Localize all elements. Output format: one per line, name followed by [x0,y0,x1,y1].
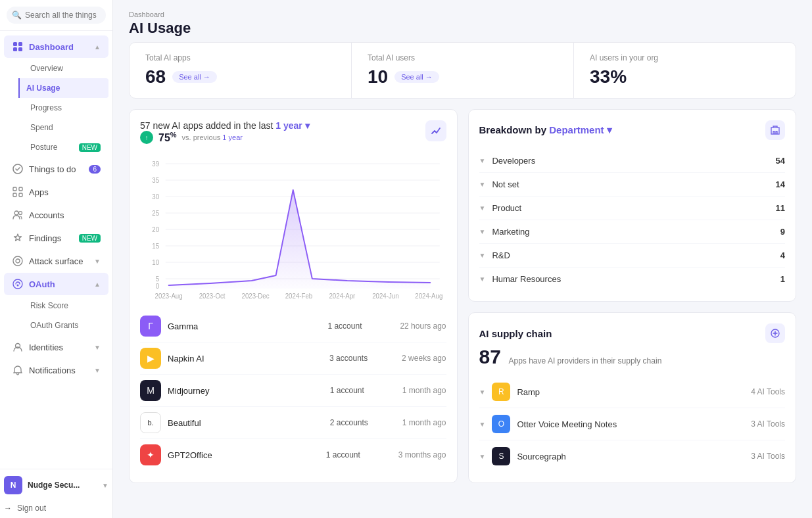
svg-text:2023-Dec: 2023-Dec [242,293,270,300]
svg-rect-40 [771,128,779,134]
stat-value-users-org: 33% [590,66,780,87]
brand-button[interactable]: N Nudge Secu... ▼ [0,472,112,498]
breakdown-chevron-rd[interactable]: ▼ [479,252,486,259]
breakdown-card: Breakdown by Department ▾ ▼ Developers 5… [468,109,797,302]
oauth-chevron-icon: ▲ [94,281,101,288]
breadcrumb: Dashboard [129,11,796,18]
svg-point-42 [774,332,776,335]
app-time-gamma: 22 hours ago [400,321,446,331]
sidebar-item-identities-label: Identities [29,342,63,352]
dashboard-icon [12,41,24,53]
sidebar-item-oauth-label: OAuth [29,279,55,289]
sidebar-item-oauth-grants[interactable]: OAuth Grants [22,316,108,335]
svg-point-14 [17,285,19,287]
chevron-up-icon: ▲ [94,43,101,51]
sidebar-item-overview[interactable]: Overview [22,59,108,78]
breakdown-row: ▼ Humar Resources 1 [479,268,786,291]
supply-name-sourcegraph: Sourcegraph [517,452,744,461]
breakdown-chevron-product[interactable]: ▼ [479,204,486,212]
sidebar-item-spend[interactable]: Spend [22,118,108,137]
sidebar-item-findings-label: Findings [29,233,61,243]
attack-icon [12,255,24,267]
breakdown-dept-button[interactable]: Department ▾ [549,124,612,135]
svg-point-13 [13,279,22,289]
sidebar-item-ai-usage[interactable]: AI Usage [18,78,108,98]
breakdown-building-icon-btn[interactable] [765,120,785,140]
sidebar-item-attack-surface[interactable]: Attack surface ▼ [4,250,108,272]
sidebar-item-oauth[interactable]: OAuth ▲ [4,273,108,295]
sidebar-item-accounts-label: Accounts [29,210,64,220]
supply-chevron-sourcegraph[interactable]: ▼ [479,453,486,460]
sidebar-item-risk-score[interactable]: Risk Score [22,296,108,316]
stat-label-users-org: AI users in your org [590,53,780,62]
sign-out-button[interactable]: → Sign out [0,498,112,518]
sidebar-subnav-oauth: Risk Score OAuth Grants [0,296,112,335]
breakdown-list: ▼ Developers 54 ▼ Not set 14 ▼ Product 1… [479,149,786,291]
sidebar-item-spend-label: Spend [30,123,53,132]
sidebar-item-things-to-do[interactable]: Things to do 6 [4,158,108,180]
svg-text:10: 10 [152,259,159,266]
findings-new-badge: NEW [79,234,101,243]
svg-rect-5 [13,187,16,191]
sidebar-item-accounts[interactable]: Accounts [4,204,108,226]
supply-name-otter: Otter Voice Meeting Notes [517,419,744,429]
sidebar-item-overview-label: Overview [30,64,63,73]
stat-card-users-org: AI users in your org 33% [574,43,796,98]
supply-chain-summary: 87 Apps have AI providers in their suppl… [479,346,786,368]
svg-text:0: 0 [156,283,160,290]
supply-logo-otter: O [492,415,510,433]
sidebar-item-notifications[interactable]: Notifications ▼ [4,359,108,381]
supply-chain-card: AI supply chain 87 Apps have AI provider… [468,312,797,483]
chart-card: 57 new AI apps added in the last 1 year … [129,109,458,483]
supply-apps-list: ▼ R Ramp 4 AI Tools ▼ O Otter Voice Meet… [479,376,786,472]
sidebar-item-findings[interactable]: Findings NEW [4,227,108,249]
svg-text:20: 20 [152,226,159,233]
breakdown-chevron-notset[interactable]: ▼ [479,181,486,188]
supply-row: ▼ R Ramp 4 AI Tools [479,376,786,408]
see-all-apps-button[interactable]: See all → [172,71,217,83]
supply-tools-ramp: 4 AI Tools [751,387,785,396]
sidebar-item-dashboard[interactable]: Dashboard ▲ [4,35,108,58]
chart-title-period[interactable]: 1 year ▾ [275,120,309,131]
breakdown-row: ▼ R&D 4 [479,244,786,268]
sidebar-item-apps-label: Apps [29,187,49,197]
svg-text:30: 30 [152,193,159,200]
supply-tools-sourcegraph: 3 AI Tools [751,452,785,461]
stat-card-total-users: Total AI users 10 See all → [352,43,574,98]
app-logo-gpt2office: ✦ [140,444,161,465]
things-to-do-badge: 6 [89,165,101,174]
sidebar-item-posture[interactable]: Posture NEW [22,137,108,157]
chart-title: 57 new AI apps added in the last 1 year … [140,120,310,131]
see-all-users-button[interactable]: See all → [394,71,439,83]
supply-chevron-otter[interactable]: ▼ [479,421,486,428]
svg-text:2024-Jun: 2024-Jun [372,293,398,300]
svg-rect-2 [13,47,17,51]
svg-rect-8 [19,193,22,197]
stat-value-apps: 68 See all → [145,66,335,87]
sidebar-item-progress-label: Progress [30,103,62,112]
oauth-icon [12,278,24,290]
breakdown-row: ▼ Marketing 9 [479,220,786,244]
identities-chevron-icon: ▼ [94,344,101,351]
svg-text:25: 25 [152,210,159,217]
chart-trend-icon-btn[interactable] [425,120,446,141]
breakdown-chevron-developers[interactable]: ▼ [479,157,486,164]
breakdown-chevron-hr[interactable]: ▼ [479,275,486,283]
posture-new-badge: NEW [79,143,101,152]
supply-chevron-ramp[interactable]: ▼ [479,388,486,396]
brand-icon: N [4,476,22,494]
app-logo-midjourney: M [140,380,161,401]
app-name-beautiful: Beautiful [168,418,323,428]
supply-chain-icon-btn[interactable] [765,323,785,343]
chart-svg-wrapper: 39 35 30 25 20 15 10 5 0 [140,157,446,304]
sidebar-item-progress[interactable]: Progress [22,98,108,118]
chart-header: 57 new AI apps added in the last 1 year … [140,120,446,151]
app-accounts-napkin: 3 accounts [329,354,395,363]
sidebar-item-identities[interactable]: Identities ▼ [4,336,108,358]
sidebar-item-apps[interactable]: Apps [4,181,108,203]
svg-point-9 [14,211,18,215]
accounts-icon [12,209,24,221]
app-name-midjourney: Midjourney [168,386,323,396]
breakdown-chevron-marketing[interactable]: ▼ [479,228,486,235]
attack-chevron-icon: ▼ [94,258,101,265]
